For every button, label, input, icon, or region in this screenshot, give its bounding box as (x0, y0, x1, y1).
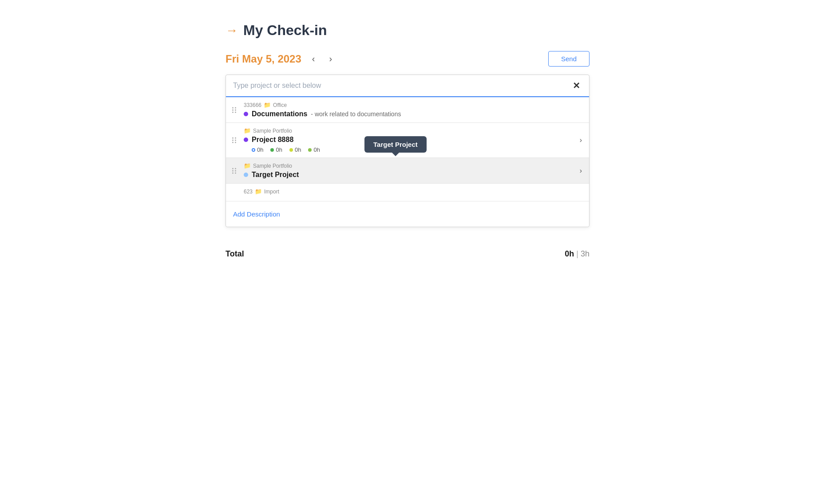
page-header: → My Check-in (226, 22, 589, 39)
project-meta: 333666 📁 Office (244, 102, 582, 108)
folder-name: Office (273, 102, 287, 108)
folder-name: Sample Portfolio (253, 163, 292, 169)
color-dot (244, 112, 248, 116)
send-button[interactable]: Send (548, 51, 589, 67)
project-id: 623 (244, 189, 253, 195)
hour-dot (308, 148, 312, 152)
date-nav: Fri May 5, 2023 ‹ › Send (226, 51, 589, 67)
prev-date-button[interactable]: ‹ (309, 52, 319, 66)
checkin-icon: → (226, 24, 238, 38)
folder-icon: 📁 (244, 127, 251, 134)
hour-value: 0h (276, 146, 282, 153)
search-input[interactable] (233, 82, 571, 90)
hour-item: 0h (270, 146, 282, 153)
project-name-row: Documentations - work related to documen… (244, 110, 582, 118)
project-meta: 📁 Sample Portfolio (244, 127, 582, 134)
project-id: 333666 (244, 102, 261, 108)
tooltip-wrapper: 📁 Sample Portfolio Project 8888 0h (226, 123, 589, 158)
add-description-button[interactable]: Add Description (226, 201, 287, 227)
date-label: Fri May 5, 2023 (226, 53, 301, 65)
clear-search-button[interactable]: ✕ (571, 80, 582, 91)
list-item[interactable]: 333666 📁 Office Documentations - work re… (226, 97, 589, 122)
project-name: Target Project (252, 171, 299, 179)
hour-dot (289, 148, 293, 152)
next-date-button[interactable]: › (325, 52, 336, 66)
hour-dot (270, 148, 274, 152)
folder-icon: 📁 (244, 162, 251, 169)
hour-item: 0h (308, 146, 320, 153)
project-meta: 623 📁 Import (244, 188, 582, 195)
total-label: Total (226, 249, 244, 259)
project-name-row: Target Project (244, 171, 582, 179)
project-meta: 📁 Sample Portfolio (244, 162, 582, 169)
hour-dot (252, 148, 255, 152)
total-max: 3h (581, 249, 589, 258)
dropdown-list: 333666 📁 Office Documentations - work re… (226, 97, 589, 201)
drag-handle-icon (232, 138, 236, 143)
hour-value: 0h (257, 146, 263, 153)
total-current: 0h (565, 249, 574, 258)
hour-value: 0h (295, 146, 301, 153)
list-item[interactable]: 📁 Sample Portfolio Target Project › (226, 158, 589, 183)
project-name: Project 8888 (252, 136, 293, 144)
folder-icon: 📁 (255, 188, 262, 195)
total-value: 0h | 3h (565, 249, 589, 259)
page-title: My Check-in (243, 22, 327, 39)
total-row: Total 0h | 3h (226, 236, 589, 272)
tooltip-box: Target Project (364, 136, 427, 153)
color-dot (244, 138, 248, 142)
project-desc: - work related to documentations (311, 110, 401, 118)
color-dot (244, 173, 248, 177)
expand-button[interactable]: › (580, 136, 582, 144)
hour-value: 0h (313, 146, 320, 153)
separator: | (574, 249, 581, 258)
project-dropdown: ✕ (226, 75, 589, 227)
drag-handle-icon (232, 168, 236, 173)
search-row: ✕ (226, 75, 589, 97)
expand-button[interactable]: › (580, 167, 582, 175)
folder-name: Sample Portfolio (253, 128, 292, 134)
folder-name: Import (264, 189, 279, 195)
drag-handle-icon (232, 107, 236, 113)
list-item[interactable]: 623 📁 Import (226, 184, 589, 201)
folder-icon: 📁 (264, 102, 271, 108)
hour-item: 0h (289, 146, 301, 153)
project-name: Documentations (252, 110, 307, 118)
hour-item: 0h (252, 146, 263, 153)
